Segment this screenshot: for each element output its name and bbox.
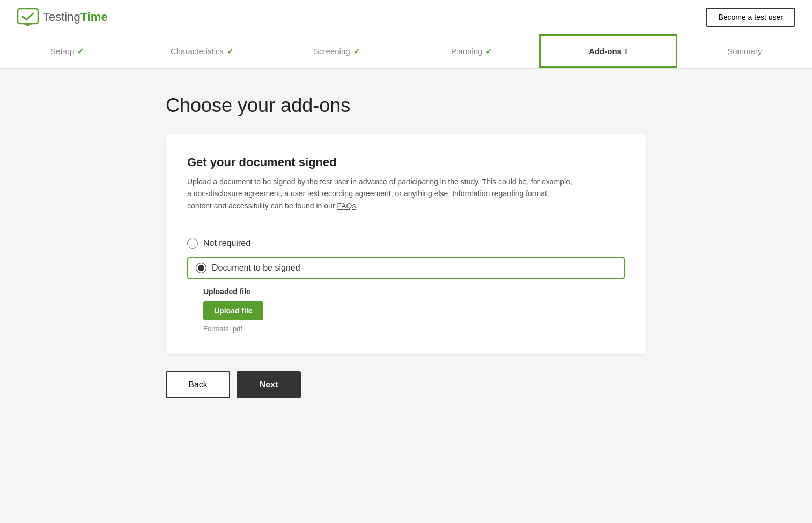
upload-label: Uploaded file <box>203 287 625 296</box>
upload-format: Formats .pdf <box>203 325 625 333</box>
tab-addons[interactable]: Add-ons ! <box>539 34 677 68</box>
tab-screening-label: Screening <box>314 47 350 56</box>
tab-addons-label: Add-ons <box>589 47 622 56</box>
page-title: Choose your add-ons <box>166 94 646 117</box>
card-desc-end: . <box>356 201 358 210</box>
radio-document-input[interactable] <box>196 263 206 273</box>
tab-planning-check: ✓ <box>485 47 492 56</box>
svg-marker-1 <box>24 24 32 26</box>
card-description: Upload a document to be signed by the te… <box>187 176 573 212</box>
become-test-user-button[interactable]: Become a test user <box>706 8 795 27</box>
back-button[interactable]: Back <box>166 371 230 398</box>
faqs-link[interactable]: FAQs <box>337 201 356 210</box>
card-title: Get your document signed <box>187 155 625 169</box>
logo-text: TestingTime <box>43 10 108 24</box>
tab-screening[interactable]: Screening ✓ <box>270 34 404 68</box>
header: TestingTime Become a test user <box>0 0 812 34</box>
tab-planning[interactable]: Planning ✓ <box>404 34 539 68</box>
card-divider <box>187 225 625 225</box>
tab-setup-label: Set-up <box>50 47 74 56</box>
tab-characteristics[interactable]: Characteristics ✓ <box>135 34 269 68</box>
logo-icon <box>17 8 39 26</box>
tab-setup[interactable]: Set-up ✓ <box>0 34 135 68</box>
tab-characteristics-check: ✓ <box>227 47 234 56</box>
tab-setup-check: ✓ <box>77 47 84 56</box>
radio-not-required-input[interactable] <box>187 238 198 249</box>
radio-not-required-label: Not required <box>203 238 250 248</box>
tab-addons-exclaim: ! <box>625 47 628 56</box>
next-button[interactable]: Next <box>237 371 301 398</box>
card-desc-text: Upload a document to be signed by the te… <box>187 177 572 210</box>
logo-first: Testing <box>43 10 80 24</box>
logo-second: Time <box>80 10 108 24</box>
tab-summary-label: Summary <box>727 47 762 56</box>
radio-document-label: Document to be signed <box>212 263 300 273</box>
logo: TestingTime <box>17 8 108 26</box>
radio-group: Not required Document to be signed <box>187 238 625 279</box>
upload-section: Uploaded file Upload file Formats .pdf <box>203 287 625 333</box>
addons-card: Get your document signed Upload a docume… <box>166 134 646 354</box>
main-content: Choose your add-ons Get your document si… <box>149 69 663 420</box>
nav-tabs: Set-up ✓ Characteristics ✓ Screening ✓ P… <box>0 34 812 69</box>
footer-buttons: Back Next <box>166 371 646 398</box>
radio-not-required[interactable]: Not required <box>187 238 625 249</box>
tab-summary[interactable]: Summary <box>677 34 812 68</box>
tab-characteristics-label: Characteristics <box>171 47 224 56</box>
svg-rect-0 <box>18 9 38 24</box>
upload-file-button[interactable]: Upload file <box>203 301 263 320</box>
tab-screening-check: ✓ <box>353 47 360 56</box>
tab-planning-label: Planning <box>451 47 482 56</box>
radio-document-signed[interactable]: Document to be signed <box>187 257 625 279</box>
